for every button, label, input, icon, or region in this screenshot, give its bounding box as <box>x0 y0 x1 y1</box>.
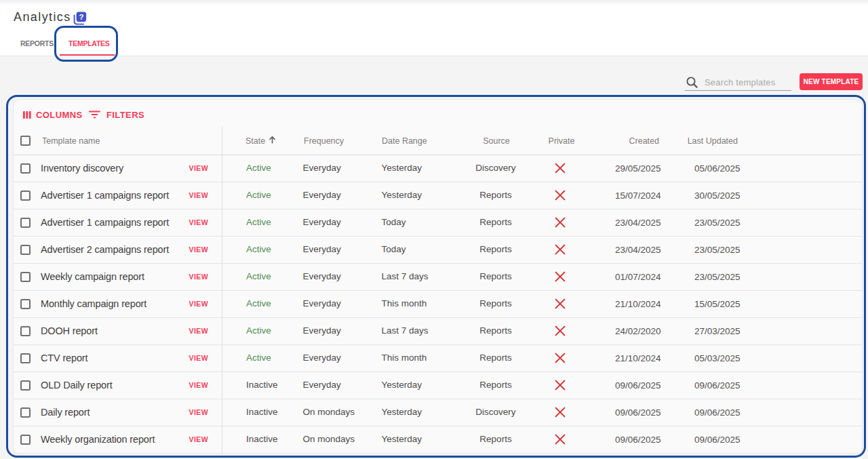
svg-text:?: ? <box>79 13 83 21</box>
